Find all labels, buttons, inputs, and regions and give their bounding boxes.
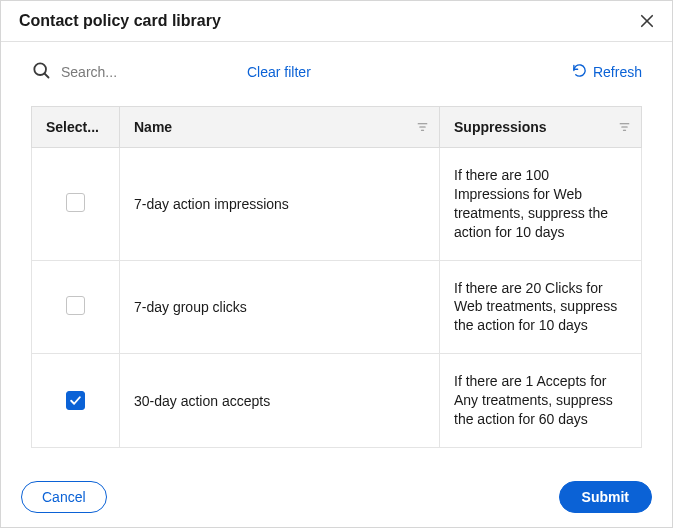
modal-title: Contact policy card library	[19, 12, 221, 30]
refresh-icon	[572, 63, 587, 81]
table-row: 7-day action impressionsIf there are 100…	[32, 148, 642, 261]
submit-button[interactable]: Submit	[559, 481, 652, 513]
modal-header: Contact policy card library	[1, 1, 672, 42]
column-header-suppressions[interactable]: Suppressions	[440, 107, 642, 148]
modal-footer: Cancel Submit	[1, 467, 672, 527]
column-header-name[interactable]: Name	[120, 107, 440, 148]
policy-table: Select... Name Suppressions	[31, 106, 642, 448]
row-name-cell: 7-day action impressions	[120, 148, 440, 261]
row-select-cell	[32, 260, 120, 354]
search-icon	[31, 60, 51, 84]
row-suppressions-cell: If there are 1 Accepts for Any treatment…	[440, 354, 642, 448]
svg-line-3	[45, 74, 49, 78]
column-header-name-label: Name	[134, 119, 172, 135]
search-wrap	[31, 60, 191, 84]
table-row: 30-day action acceptsIf there are 1 Acce…	[32, 354, 642, 448]
column-header-select[interactable]: Select...	[32, 107, 120, 148]
close-icon[interactable]	[638, 12, 656, 30]
row-select-cell	[32, 354, 120, 448]
row-select-cell	[32, 148, 120, 261]
clear-filter-button[interactable]: Clear filter	[247, 64, 311, 80]
cancel-button[interactable]: Cancel	[21, 481, 107, 513]
column-header-select-label: Select...	[46, 119, 99, 135]
modal-dialog: Contact policy card library Clear filter…	[0, 0, 673, 528]
row-suppressions-cell: If there are 100 Impressions for Web tre…	[440, 148, 642, 261]
filter-icon[interactable]	[416, 121, 429, 134]
table-row: 7-day group clicksIf there are 20 Clicks…	[32, 260, 642, 354]
filter-icon[interactable]	[618, 121, 631, 134]
row-select-checkbox[interactable]	[66, 193, 85, 212]
refresh-button[interactable]: Refresh	[572, 63, 642, 81]
search-input[interactable]	[61, 64, 191, 80]
row-select-checkbox[interactable]	[66, 391, 85, 410]
modal-body: Clear filter Refresh Select... Name	[1, 42, 672, 467]
toolbar: Clear filter Refresh	[31, 60, 642, 84]
row-select-checkbox[interactable]	[66, 296, 85, 315]
row-name-cell: 7-day group clicks	[120, 260, 440, 354]
row-suppressions-cell: If there are 20 Clicks for Web treatment…	[440, 260, 642, 354]
refresh-label: Refresh	[593, 64, 642, 80]
row-name-cell: 30-day action accepts	[120, 354, 440, 448]
column-header-suppressions-label: Suppressions	[454, 119, 547, 135]
